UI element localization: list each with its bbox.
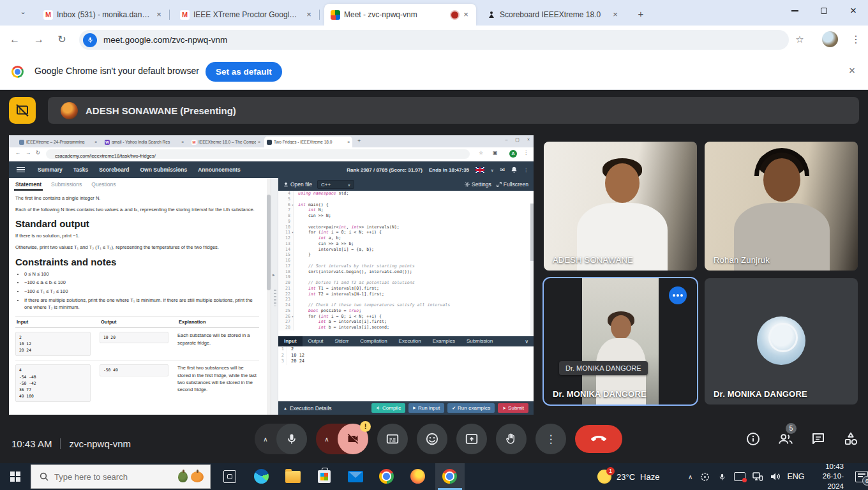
reactions-button[interactable] xyxy=(417,424,447,454)
bookmark-star-icon[interactable]: ☆ xyxy=(793,33,807,47)
video-tile-adesh[interactable]: ADESH SONAWANE xyxy=(544,142,697,271)
firefox-icon[interactable] xyxy=(410,469,426,484)
taskbar-search[interactable] xyxy=(31,464,211,489)
io-tab-execution: Execution xyxy=(393,336,427,346)
heading-standard-output: Standard output xyxy=(15,218,258,229)
code-line: 15 } xyxy=(278,252,534,258)
shared-tab-title: IEEEXtreme 18.0 – The Competi xyxy=(198,140,256,144)
taskbar-clock[interactable]: 10:43 26-10-2024 xyxy=(811,462,844,490)
mic-tray-icon[interactable] xyxy=(717,470,728,483)
shared-tab-title: Two Fridges - IEEEXtreme 18.0 xyxy=(274,140,345,144)
pumpkin-doodle xyxy=(191,471,204,482)
raise-hand-button[interactable] xyxy=(496,424,527,454)
browser-menu-icon[interactable]: ⋮ xyxy=(849,33,863,47)
banner-close-icon[interactable]: × xyxy=(845,64,859,77)
presenting-banner[interactable]: ADESH SONAWANE (Presenting) xyxy=(48,97,859,124)
window-restore-button[interactable] xyxy=(809,0,839,22)
tab-search-icon[interactable]: ⌄ xyxy=(18,8,28,18)
tab-close-icon[interactable]: × xyxy=(304,10,314,20)
shared-tab: W gmail - Yahoo India Search Res × xyxy=(102,137,186,147)
browser-tab-scoreboard[interactable]: Scoreboard IEEEXtreme 18.0 × xyxy=(480,4,625,26)
video-tile-rohan[interactable]: Rohan Zunjruk xyxy=(705,142,858,271)
volume-tray-icon[interactable] xyxy=(770,470,781,483)
file-explorer-icon[interactable] xyxy=(285,469,301,484)
system-tray: ∧ ENG 10:43 26-10-2024 xyxy=(688,463,868,490)
editor-buttons: Compile ▶Run input ✔Run examples ➤Submit xyxy=(371,403,528,413)
network-tray-icon[interactable] xyxy=(752,470,763,483)
example-row: 4 -54 -48 -50 -42 36 77 49 100 -50 49 Th… xyxy=(15,360,259,405)
ms-store-icon[interactable] xyxy=(317,469,332,484)
address-bar[interactable]: meet.google.com/zvc-npwq-vnm xyxy=(79,30,789,50)
panel-splitter: ▸ xyxy=(271,178,278,415)
captions-button[interactable] xyxy=(377,424,408,454)
start-button[interactable] xyxy=(0,463,31,490)
task-view-button[interactable] xyxy=(222,469,237,484)
browser-tab-proctor[interactable]: M IEEE XTreme Proctor Google Me × xyxy=(174,4,319,26)
screen-share-tray-icon[interactable] xyxy=(734,470,745,483)
mic-button[interactable] xyxy=(276,424,307,454)
chevron-up-icon: ▲ xyxy=(283,406,287,410)
camera-off-button[interactable]: ! xyxy=(338,424,368,454)
tab-title: Scoreboard IEEEXtreme 18.0 xyxy=(500,10,606,19)
activities-button[interactable] xyxy=(842,431,859,447)
mic-options-chevron[interactable]: ∧ xyxy=(255,436,276,443)
mic-button-group[interactable]: ∧ xyxy=(255,424,307,454)
code-line: 26▾ for (int i = 0; i < N; ++i) { xyxy=(278,314,534,320)
new-tab-button[interactable]: + xyxy=(634,8,647,20)
presentation-off-icon[interactable] xyxy=(9,97,36,124)
weather-widget[interactable]: 1 23°C Haze xyxy=(597,463,659,490)
example-explanation: The first two substances will be stored … xyxy=(177,364,259,401)
people-button[interactable]: 5 xyxy=(777,431,794,447)
tab-close-icon[interactable]: × xyxy=(610,10,620,20)
back-icon[interactable]: ← xyxy=(8,33,22,47)
notification-center-button[interactable]: 6 xyxy=(855,470,868,483)
examples-header: Input Output Explanation xyxy=(15,316,259,328)
video-tile-monika-2[interactable]: Dr. MONIKA DANGORE xyxy=(705,278,858,405)
code-line: 17 // Sort intervals by their starting p… xyxy=(278,264,534,269)
reload-icon[interactable]: ↻ xyxy=(55,33,69,47)
io-tab-compilation: Compilation xyxy=(354,336,393,346)
mic-icon xyxy=(285,433,298,445)
tab-close-icon[interactable]: × xyxy=(154,10,164,20)
io-tab-bar: Input Output Stderr Compilation Executio… xyxy=(278,336,534,346)
mail-icon[interactable] xyxy=(348,469,363,484)
snip-tray-icon[interactable] xyxy=(699,470,710,483)
forward-icon[interactable]: → xyxy=(32,33,46,47)
chrome-running-app[interactable] xyxy=(435,463,465,490)
tile-options-button[interactable] xyxy=(669,286,687,304)
browser-tab-meet-active[interactable]: Meet - zvc-npwq-vnm × xyxy=(324,4,476,26)
set-as-default-button[interactable]: Set as default xyxy=(206,62,282,82)
info-icon xyxy=(745,431,761,447)
profile-avatar[interactable] xyxy=(822,31,838,47)
edge-icon[interactable] xyxy=(254,469,269,484)
chat-button[interactable] xyxy=(810,431,827,447)
window-minimize-button[interactable] xyxy=(780,0,809,22)
camera-button-group[interactable]: ∧ ! xyxy=(316,424,368,454)
input-language[interactable]: ENG xyxy=(787,472,804,481)
mic-in-use-icon xyxy=(83,33,97,47)
present-button[interactable] xyxy=(456,424,487,454)
code-line: 25 bool possible = true; xyxy=(278,308,534,314)
chrome-icon xyxy=(11,66,24,78)
more-options-button[interactable]: ⋮ xyxy=(535,424,566,454)
info-button[interactable] xyxy=(745,431,761,447)
hidden-icons-chevron[interactable]: ∧ xyxy=(688,473,692,480)
code-line: 22 int T2 = intervals[N-1].first; xyxy=(278,292,534,297)
window-close-button[interactable]: × xyxy=(839,0,868,22)
video-tile-monika[interactable]: Dr. MONIKA DANGORE Dr. MONIKA DANGORE xyxy=(544,278,697,405)
constraint-item: 0 ≤ N ≤ 100 xyxy=(24,271,258,278)
tab-title: IEEE XTreme Proctor Google Me xyxy=(193,10,300,19)
chrome-icon[interactable] xyxy=(379,469,394,484)
tab-submissions: Submissions xyxy=(51,181,82,188)
browser-tab-inbox[interactable]: M Inbox (531) - monika.dangore@ × xyxy=(37,4,169,26)
gear-icon xyxy=(376,406,380,410)
webcam-video xyxy=(705,142,858,271)
shared-screen-surface[interactable]: IEEEXtreme – 24-Programming × W gmail - … xyxy=(9,135,534,415)
end-call-button[interactable] xyxy=(575,425,622,453)
camera-options-chevron[interactable]: ∧ xyxy=(316,436,338,443)
notification-icon: 6 xyxy=(855,471,868,482)
gmail-icon: M xyxy=(43,10,53,20)
tab-close-icon[interactable]: × xyxy=(461,10,471,20)
search-input[interactable] xyxy=(54,472,178,482)
shared-tab-active: Two Fridges - IEEEXtreme 18.0 × xyxy=(264,137,352,147)
